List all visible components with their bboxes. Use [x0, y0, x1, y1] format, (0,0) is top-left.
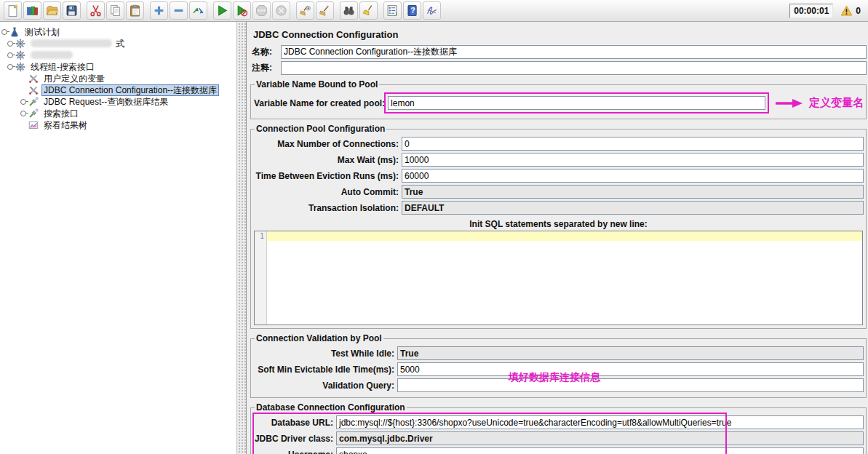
- toggle-icon: [192, 4, 204, 17]
- jdbc-driver-combo[interactable]: com.mysql.jdbc.Driver: [336, 431, 864, 445]
- start-no-pauses-button[interactable]: [233, 1, 251, 20]
- templates-button[interactable]: [23, 1, 41, 20]
- section-title: Database Connection Configuration: [255, 402, 407, 413]
- templates-icon: [26, 4, 39, 17]
- expand-handle-icon[interactable]: [19, 108, 28, 118]
- save-button[interactable]: [63, 1, 81, 20]
- section-title: Connection Pool Configuration: [255, 124, 386, 134]
- svg-text:STOP: STOP: [258, 9, 266, 12]
- pool-variable-label: Variable Name for created pool:: [254, 98, 385, 108]
- redacted-text: [31, 51, 73, 59]
- tree-item-label: 用户定义的变量: [42, 73, 106, 84]
- database-url-input[interactable]: [336, 415, 864, 429]
- tree-item-label: JDBC Connection Configuration--连接数据库: [42, 85, 218, 95]
- reset-search-broom-icon: [362, 4, 375, 17]
- tree-item-thread-group-1[interactable]: 式: [0, 38, 236, 49]
- stop-button: STOP: [252, 1, 271, 20]
- eviction-runs-label: Time Between Eviction Runs (ms):: [253, 171, 402, 181]
- expand-handle-icon[interactable]: [0, 27, 9, 36]
- toggle-button[interactable]: [189, 1, 207, 20]
- search-button[interactable]: [340, 1, 358, 20]
- test-plan-icon: [9, 27, 21, 37]
- pool-variable-name-input[interactable]: [388, 96, 765, 110]
- variable-name-annotation: 定义变量名: [809, 96, 864, 110]
- start-button[interactable]: [213, 1, 231, 20]
- listener-icon: [28, 120, 40, 130]
- open-button[interactable]: [43, 1, 61, 20]
- init-sql-header: Init SQL statements separated by new lin…: [253, 219, 864, 229]
- minus-icon: [172, 4, 185, 17]
- tree-item-thread-group-search-api[interactable]: 线程组-搜索接口: [0, 61, 236, 72]
- database-url-label: Database URL:: [253, 418, 336, 428]
- function-helper-button[interactable]: [383, 1, 402, 20]
- tree-item-search-api-sampler[interactable]: 搜索接口: [0, 108, 236, 119]
- tree-item-jdbc-connection-configuration[interactable]: JDBC Connection Configuration--连接数据库: [0, 84, 236, 95]
- reset-search-button[interactable]: [359, 1, 378, 20]
- cut-button[interactable]: [87, 1, 105, 20]
- start-no-pauses-icon: [236, 4, 248, 17]
- help-book-icon: ?: [406, 4, 418, 17]
- stop-icon: STOP: [255, 4, 268, 17]
- plus-icon: [153, 4, 165, 17]
- expand-handle-icon[interactable]: [6, 62, 15, 71]
- transaction-isolation-label: Transaction Isolation:: [253, 203, 402, 213]
- paste-button[interactable]: [126, 1, 144, 20]
- thread-group-icon: [15, 39, 27, 49]
- eviction-runs-input[interactable]: [402, 169, 864, 183]
- init-sql-editor[interactable]: 1: [254, 231, 863, 325]
- split-pane-divider[interactable]: [237, 22, 247, 454]
- connection-validation-section: Connection Validation by Pool Test While…: [250, 333, 867, 398]
- auto-commit-combo[interactable]: True: [402, 185, 864, 199]
- test-plan-tree: 测试计划 式 线程组-搜索接口 用户定义的变量 JDBC Connec: [0, 22, 237, 454]
- max-wait-input[interactable]: [402, 153, 864, 167]
- username-input[interactable]: [336, 447, 864, 454]
- auto-commit-label: Auto Commit:: [253, 187, 402, 197]
- thread-group-icon: [15, 50, 27, 60]
- scribble-logo-icon: [426, 4, 438, 17]
- clear-button[interactable]: [296, 1, 314, 20]
- config-element-icon: [28, 73, 40, 84]
- copy-button[interactable]: [106, 1, 124, 20]
- variable-name-section: Variable Name Bound to Pool Variable Nam…: [250, 79, 867, 119]
- max-connections-label: Max Number of Connections:: [253, 139, 402, 149]
- expand-all-button[interactable]: [150, 1, 168, 20]
- max-wait-label: Max Wait (ms):: [253, 155, 402, 165]
- tree-item-label: 察看结果树: [42, 120, 89, 130]
- warning-icon[interactable]: [840, 5, 853, 17]
- tree-item-test-plan[interactable]: 测试计划: [0, 26, 236, 37]
- annotation-arrow-icon: [776, 98, 803, 108]
- clear-all-button[interactable]: [316, 1, 334, 20]
- test-while-idle-combo[interactable]: True: [397, 346, 864, 360]
- soft-min-evictable-label: Soft Min Evictable Idle Time(ms):: [253, 365, 397, 375]
- tree-item-label: JDBC Request--查询数据库结果: [42, 97, 170, 107]
- start-icon: [216, 4, 228, 17]
- save-floppy-icon: [65, 4, 78, 17]
- database-connection-section: Database Connection Configuration Databa…: [250, 402, 867, 454]
- section-title: Variable Name Bound to Pool: [255, 79, 379, 89]
- comments-input[interactable]: [281, 61, 867, 75]
- copy-icon: [109, 4, 122, 17]
- expand-handle-icon[interactable]: [6, 39, 15, 48]
- tree-item-thread-group-2[interactable]: [0, 49, 236, 60]
- comments-label: 注释:: [252, 62, 281, 74]
- logo-button[interactable]: [423, 1, 441, 20]
- element-name-input[interactable]: [281, 45, 867, 59]
- function-helper-icon: [386, 4, 399, 17]
- element-config-panel: JDBC Connection Configuration 名称: 注释: Va…: [247, 22, 868, 454]
- shutdown-button: [272, 1, 290, 20]
- validation-query-input[interactable]: [397, 378, 864, 392]
- tree-item-view-results-tree[interactable]: 察看结果树: [0, 119, 236, 130]
- soft-min-evictable-input[interactable]: [397, 362, 864, 376]
- expand-handle-icon[interactable]: [6, 50, 15, 60]
- search-binoculars-icon: [343, 4, 355, 17]
- tree-item-jdbc-request[interactable]: JDBC Request--查询数据库结果: [0, 96, 236, 107]
- clear-broom-icon: [299, 4, 311, 17]
- expand-handle-icon[interactable]: [19, 97, 28, 106]
- collapse-all-button[interactable]: [170, 1, 188, 20]
- tree-item-label: 测试计划: [23, 27, 61, 37]
- new-button[interactable]: [4, 1, 22, 20]
- tree-item-user-defined-variables[interactable]: 用户定义的变量: [0, 73, 236, 84]
- max-connections-input[interactable]: [402, 137, 864, 151]
- help-button[interactable]: ?: [403, 1, 421, 20]
- transaction-isolation-combo[interactable]: DEFAULT: [402, 201, 864, 215]
